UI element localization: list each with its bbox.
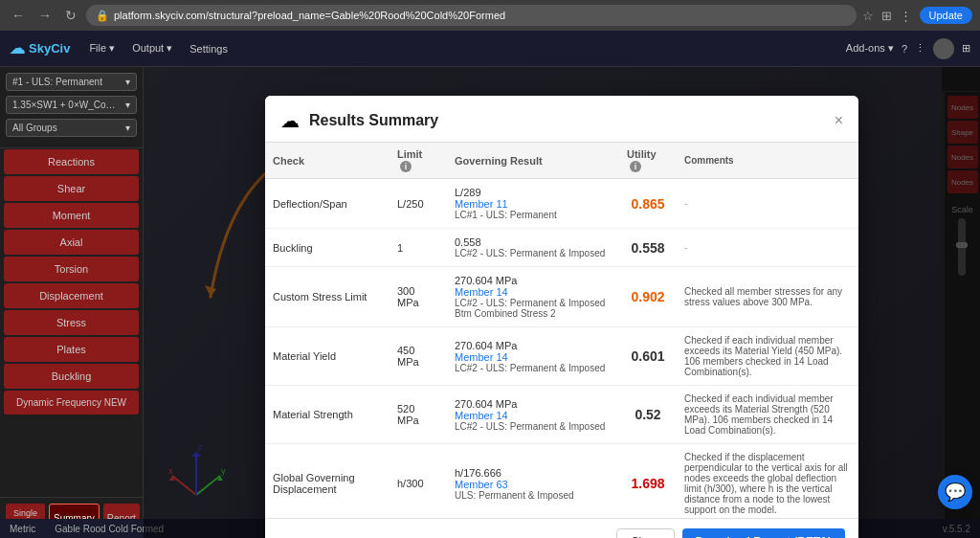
close-modal-button[interactable]: Close — [616, 528, 675, 538]
limit-cell-2: 300 MPa — [390, 267, 447, 327]
check-cell-3: Material Yield — [265, 327, 390, 386]
sidebar-item-plates[interactable]: Plates — [4, 337, 139, 362]
displacement-label: Displacement — [39, 290, 103, 302]
load-combo-dropdown[interactable]: #1 - ULS: Permanent ▾ — [6, 73, 137, 91]
comments-cell-3: Checked if each individual member exceed… — [677, 327, 858, 386]
main-layout: #1 - ULS: Permanent ▾ 1.35×SW1 + 0×W_Con… — [0, 67, 980, 538]
table-row: Global Governing Displacement h/300 h/17… — [265, 444, 858, 519]
check-cell-5: Global Governing Displacement — [265, 444, 390, 519]
check-cell-0: Deflection/Span — [265, 179, 390, 229]
governing-link-2[interactable]: Member 14 — [455, 286, 508, 298]
output-menu-item[interactable]: Output ▾ — [124, 38, 180, 58]
governing-cell-2: 270.604 MPaMember 14LC#2 - ULS: Permanen… — [447, 267, 619, 327]
sidebar-item-dynamic-frequency[interactable]: Dynamic Frequency NEW — [4, 391, 139, 415]
user-avatar[interactable] — [933, 38, 954, 59]
file-menu-item[interactable]: File ▾ — [81, 38, 122, 58]
load-case-label: 1.35×SW1 + 0×W_Cond6_Comb2_Cp... — [12, 100, 118, 110]
modal-body: Check Limit i Governing Result — [265, 143, 858, 518]
table-row: Material Yield 450 MPa 270.604 MPaMember… — [265, 327, 858, 386]
app-logo: ☁ SkyCiv — [10, 39, 70, 57]
torsion-label: Torsion — [55, 263, 88, 275]
utility-value-2: 0.902 — [631, 289, 664, 304]
output-menu-label: Output ▾ — [132, 42, 172, 55]
governing-link-5[interactable]: Member 63 — [455, 479, 508, 490]
utility-info-icon[interactable]: i — [630, 161, 641, 172]
plates-label: Plates — [56, 344, 86, 355]
load-case-dropdown[interactable]: 1.35×SW1 + 0×W_Cond6_Comb2_Cp... ▾ — [6, 96, 137, 114]
browser-actions: ☆ ⊞ ⋮ Update — [862, 7, 972, 24]
modal-close-button[interactable]: × — [835, 113, 843, 128]
stress-label: Stress — [56, 317, 86, 328]
limit-cell-1: 1 — [390, 229, 447, 267]
sidebar-item-reactions[interactable]: Reactions — [4, 149, 139, 174]
extensions-icon[interactable]: ⊞ — [881, 9, 892, 23]
utility-cell-4: 0.52 — [619, 386, 677, 444]
sidebar-item-axial[interactable]: Axial — [4, 230, 139, 255]
sidebar-item-displacement[interactable]: Displacement — [4, 283, 139, 308]
sidebar-item-buckling[interactable]: Buckling — [4, 364, 139, 389]
limit-info-icon[interactable]: i — [400, 161, 412, 172]
groups-dropdown[interactable]: All Groups ▾ — [6, 119, 137, 137]
utility-value-1: 0.558 — [631, 240, 664, 256]
comments-text-2: Checked all member stresses for any stre… — [684, 286, 842, 307]
dynamic-freq-label: Dynamic Frequency NEW — [16, 397, 126, 408]
governing-cell-1: 0.558LC#2 - ULS: Permanent & Imposed — [447, 229, 619, 267]
download-report-button[interactable]: Download Report (BETA) — [682, 528, 845, 538]
modal-header: ☁ Results Summary × — [265, 96, 858, 143]
browser-bar: ← → ↻ 🔒 platform.skyciv.com/structural?p… — [0, 0, 980, 31]
governing-link-3[interactable]: Member 14 — [455, 351, 508, 363]
help-icon[interactable]: ? — [902, 43, 907, 55]
sidebar: #1 - ULS: Permanent ▾ 1.35×SW1 + 0×W_Con… — [0, 67, 144, 538]
nav-back-button[interactable]: ← — [8, 6, 29, 25]
check-column-header: Check — [265, 143, 390, 179]
governing-cell-5: h/176.666Member 63ULS: Permanent & Impos… — [447, 444, 619, 519]
axial-label: Axial — [60, 236, 83, 248]
governing-cell-4: 270.604 MPaMember 14LC#2 - ULS: Permanen… — [447, 386, 619, 444]
grid-icon[interactable]: ⊞ — [962, 42, 970, 55]
groups-label: All Groups — [12, 123, 57, 133]
limit-cell-0: L/250 — [390, 179, 447, 229]
sidebar-top: #1 - ULS: Permanent ▾ 1.35×SW1 + 0×W_Con… — [0, 67, 143, 148]
check-cell-4: Material Strength — [265, 386, 390, 444]
content-area: LC: ULS: Permanent x y z — [144, 67, 980, 538]
update-button[interactable]: Update — [920, 7, 972, 24]
limit-cell-5: h/300 — [390, 444, 447, 519]
moment-label: Moment — [53, 210, 91, 221]
settings-menu-item[interactable]: Settings — [182, 38, 235, 58]
comments-text-5: Checked if the displacement perpendicula… — [684, 452, 848, 515]
nav-forward-button[interactable]: → — [34, 6, 56, 25]
sidebar-item-stress[interactable]: Stress — [4, 310, 139, 335]
governing-link-4[interactable]: Member 14 — [455, 410, 508, 421]
settings-menu-label: Settings — [189, 43, 228, 55]
load-combo-label: #1 - ULS: Permanent — [12, 77, 102, 87]
limit-cell-4: 520 MPa — [390, 386, 447, 444]
sidebar-item-shear[interactable]: Shear — [4, 176, 139, 201]
check-cell-2: Custom Stress Limit — [265, 267, 390, 327]
comments-cell-5: Checked if the displacement perpendicula… — [677, 444, 858, 519]
governing-link-0[interactable]: Member 11 — [455, 198, 508, 210]
browser-url-bar[interactable]: 🔒 platform.skyciv.com/structural?preload… — [86, 5, 857, 26]
nav-refresh-button[interactable]: ↻ — [61, 6, 80, 25]
chat-button[interactable]: 💬 — [938, 475, 972, 509]
sidebar-item-torsion[interactable]: Torsion — [4, 257, 139, 281]
utility-value-5: 1.698 — [631, 476, 664, 491]
utility-column-header: Utility i — [619, 143, 677, 179]
comments-dash-1: - — [684, 242, 687, 253]
table-row: Deflection/Span L/250 L/289Member 11LC#1… — [265, 179, 858, 229]
utility-cell-2: 0.902 — [619, 267, 677, 327]
menu-icon[interactable]: ⋮ — [900, 9, 912, 23]
header-menu: File ▾ Output ▾ Settings — [81, 38, 235, 58]
sidebar-item-moment[interactable]: Moment — [4, 203, 139, 228]
more-icon[interactable]: ⋮ — [915, 42, 925, 55]
modal-title: Results Summary — [309, 112, 825, 129]
comments-column-header: Comments — [677, 143, 858, 179]
bookmark-icon[interactable]: ☆ — [862, 9, 874, 23]
sidebar-nav: Reactions Shear Moment Axial Torsion Dis… — [0, 148, 143, 497]
governing-column-header: Governing Result — [447, 143, 619, 179]
utility-cell-5: 1.698 — [619, 444, 677, 519]
comments-cell-0: - — [677, 179, 858, 229]
modal-footer: Close Download Report (BETA) — [265, 518, 858, 538]
modal-overlay: ☁ Results Summary × Check — [144, 67, 980, 538]
addons-label[interactable]: Add-ons ▾ — [846, 42, 894, 55]
logo-cloud-icon: ☁ — [10, 39, 25, 57]
